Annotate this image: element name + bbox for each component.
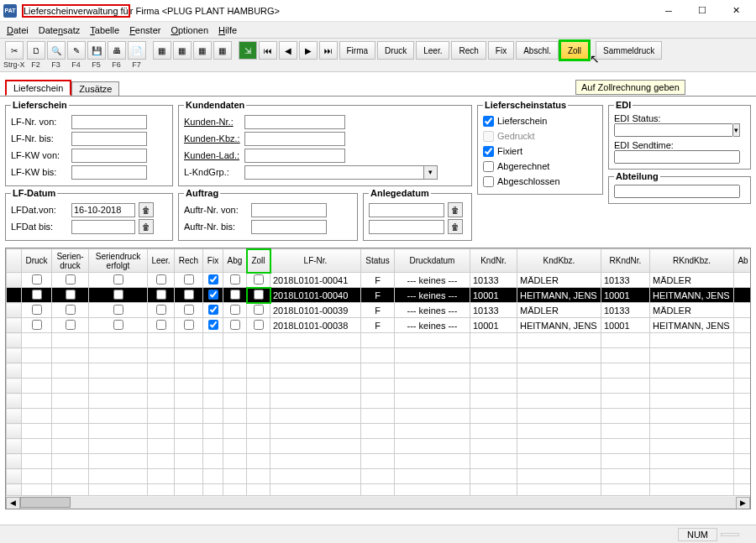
tb-firma[interactable]: Firma [339, 41, 376, 60]
tb-abschl[interactable]: Abschl. [516, 41, 559, 60]
menu-fenster[interactable]: Fenster [124, 23, 165, 37]
grid-checkbox[interactable] [66, 290, 76, 300]
grid-checkbox[interactable] [156, 320, 166, 330]
minimize-button[interactable]: ─ [652, 2, 685, 20]
chk-abgerechnet[interactable] [483, 161, 494, 172]
tb-sammeldruck[interactable]: Sammeldruck [596, 41, 662, 60]
grid-checkbox[interactable] [156, 274, 166, 285]
col-header[interactable]: Rech [175, 249, 203, 273]
tb-fix[interactable]: Fix [488, 41, 514, 60]
grid-checkbox[interactable] [208, 274, 218, 285]
tb-grid2[interactable]: ▦ [173, 41, 192, 60]
in-lkndgrp[interactable] [244, 165, 424, 180]
col-header[interactable]: Zoll [247, 249, 270, 273]
col-header[interactable]: Druck [22, 249, 52, 273]
col-header[interactable] [7, 249, 22, 273]
tb-f4[interactable]: ✎ [67, 41, 86, 60]
in-auftr-von[interactable] [251, 203, 327, 217]
btn-anlege-bis[interactable]: 🗑 [448, 219, 463, 234]
tb-zoll[interactable]: Zoll [560, 41, 589, 60]
col-header[interactable]: Fix [203, 249, 223, 273]
grid-checkbox[interactable] [254, 290, 264, 300]
col-header[interactable]: KndKbz. [517, 249, 601, 273]
in-lfnr-bis[interactable] [71, 132, 147, 146]
grid-checkbox[interactable] [113, 290, 123, 300]
menu-datensatz[interactable]: Datensatz [34, 23, 86, 37]
grid-checkbox[interactable] [66, 305, 76, 315]
table-row[interactable]: 2018L0101-00040F--- keines ---10001HEITM… [7, 288, 752, 303]
grid-checkbox[interactable] [254, 305, 264, 315]
tab-lieferschein[interactable]: Lieferschein [5, 80, 71, 96]
grid-checkbox[interactable] [113, 274, 123, 285]
chk-fixiert[interactable] [483, 146, 494, 157]
tb-grid3[interactable]: ▦ [193, 41, 212, 60]
in-edi-sendtime[interactable] [614, 150, 740, 164]
in-kunden-lad[interactable] [244, 149, 345, 163]
grid-hscroll[interactable]: ◀ ▶ [6, 495, 750, 509]
grid-checkbox[interactable] [230, 305, 240, 315]
menu-optionen[interactable]: Optionen [165, 23, 213, 37]
col-header[interactable]: Seriendruckerfolgt [89, 249, 148, 273]
col-header[interactable]: Ab [734, 249, 752, 273]
tab-zusaetze[interactable]: Zusätze [71, 81, 119, 96]
grid-checkbox[interactable] [184, 305, 194, 315]
tb-druck[interactable]: Druck [377, 41, 414, 60]
table-row[interactable]: 2018L0101-00041F--- keines ---10133MÄDLE… [7, 273, 752, 288]
in-kunden-kbz[interactable] [244, 132, 345, 146]
grid-checkbox[interactable] [184, 274, 194, 285]
menu-hilfe[interactable]: Hilfe [213, 23, 242, 37]
maximize-button[interactable]: ☐ [685, 2, 719, 20]
tb-rech[interactable]: Rech [451, 41, 486, 60]
tb-f2[interactable]: 🗋 [27, 41, 45, 60]
grid-checkbox[interactable] [113, 320, 123, 330]
grid-checkbox[interactable] [254, 274, 264, 285]
tb-f3[interactable]: 🔍 [47, 41, 66, 60]
grid-checkbox[interactable] [208, 290, 218, 300]
grid-checkbox[interactable] [32, 320, 42, 330]
tb-leer[interactable]: Leer. [416, 41, 449, 60]
in-edi-status[interactable] [614, 123, 733, 137]
tb-f6[interactable]: 🖶 [108, 41, 126, 60]
lbl-kunden-nr[interactable]: Kunden-Nr.: [184, 117, 241, 127]
tb-f5[interactable]: 💾 [87, 41, 106, 60]
grid-checkbox[interactable] [230, 274, 240, 285]
tb-first[interactable]: ⏮ [259, 41, 277, 60]
tb-last[interactable]: ⏭ [319, 41, 338, 60]
tb-cut[interactable]: ✂ [5, 41, 24, 60]
chk-abgeschlossen[interactable] [483, 176, 494, 187]
btn-lfdat-bis-clear[interactable]: 🗑 [139, 219, 154, 234]
scroll-left-icon[interactable]: ◀ [6, 497, 20, 509]
grid-checkbox[interactable] [156, 290, 166, 300]
grid-checkbox[interactable] [66, 320, 76, 330]
grid-checkbox[interactable] [184, 320, 194, 330]
in-lfkw-von[interactable] [71, 149, 147, 163]
col-header[interactable]: RKndNr. [601, 249, 650, 273]
grid-checkbox[interactable] [113, 305, 123, 315]
grid-checkbox[interactable] [184, 290, 194, 300]
grid-checkbox[interactable] [208, 305, 218, 315]
menu-datei[interactable]: Datei [2, 23, 34, 37]
grid-checkbox[interactable] [156, 305, 166, 315]
tb-export[interactable]: ⇲ [239, 41, 257, 60]
drop-edi-status[interactable]: ▾ [733, 123, 740, 137]
grid-checkbox[interactable] [230, 290, 240, 300]
drop-lkndgrp[interactable]: ▾ [424, 165, 438, 180]
grid-checkbox[interactable] [32, 305, 42, 315]
in-auftr-bis[interactable] [251, 220, 327, 234]
lbl-kunden-lad[interactable]: Kunden-Lad.: [184, 150, 241, 160]
col-header[interactable]: LF-Nr. [270, 249, 361, 273]
btn-anlege-von[interactable]: 🗑 [448, 202, 463, 217]
lbl-kunden-kbz[interactable]: Kunden-Kbz.: [184, 133, 241, 144]
col-header[interactable]: KndNr. [470, 249, 517, 273]
close-button[interactable]: ✕ [719, 2, 753, 20]
grid-checkbox[interactable] [66, 274, 76, 285]
tb-grid1[interactable]: ▦ [153, 41, 171, 60]
grid-checkbox[interactable] [230, 320, 240, 330]
in-kunden-nr[interactable] [244, 115, 345, 129]
in-anlege-bis[interactable] [369, 220, 444, 234]
table-row[interactable]: 2018L0101-00038F--- keines ---10001HEITM… [7, 318, 752, 333]
in-lfdat-bis[interactable] [71, 220, 135, 234]
col-header[interactable]: RKndKbz. [650, 249, 734, 273]
col-header[interactable]: Druckdatum [395, 249, 470, 273]
scroll-right-icon[interactable]: ▶ [736, 497, 750, 509]
